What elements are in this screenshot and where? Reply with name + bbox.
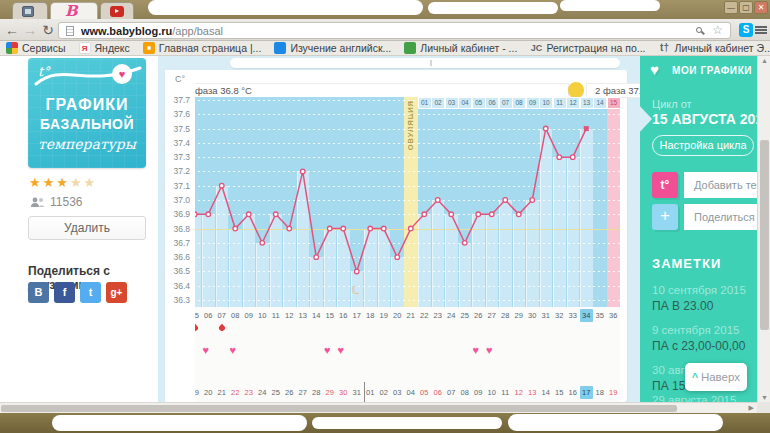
- scrollbar-grip: [430, 60, 432, 66]
- jc-icon: JC: [530, 42, 542, 54]
- y-axis-tick: 37.1: [173, 181, 190, 191]
- calendar-date-label: 20: [202, 386, 216, 399]
- back-to-top-button[interactable]: ^Наверх: [685, 363, 747, 391]
- bookmark-yandex[interactable]: ЯЯндекс: [79, 42, 130, 54]
- cycle-settings-button[interactable]: Настройка цикла: [652, 135, 754, 156]
- add-temperature-button[interactable]: Добавить температуру: [684, 172, 757, 198]
- temperature-point[interactable]: [489, 212, 494, 217]
- bookmark-cabinet-e[interactable]: t†Личный кабинет Э...: [659, 42, 770, 54]
- y-axis-tick: 37.0: [173, 195, 190, 205]
- temperature-point[interactable]: [570, 155, 575, 160]
- scroll-down-arrow-icon[interactable]: ▼: [758, 394, 770, 401]
- y-axis-tick: 36.8: [173, 224, 190, 234]
- bookmark-english[interactable]: Изучение английск...: [274, 42, 391, 54]
- zoom-icon[interactable]: [696, 27, 702, 33]
- temperature-point[interactable]: [381, 226, 386, 231]
- temperature-point[interactable]: [503, 198, 508, 203]
- bookmarks-bar: Сервисы ЯЯндекс Главная страница |... Из…: [0, 41, 770, 56]
- temperature-point[interactable]: [449, 212, 454, 217]
- logo-title-line1: ГРАФИКИ: [28, 96, 146, 114]
- bookmark-services[interactable]: Сервисы: [6, 42, 66, 54]
- cycle-day-label: 18: [364, 309, 378, 322]
- cycle-day-label: 06: [202, 309, 216, 322]
- forward-button[interactable]: →: [22, 20, 38, 40]
- home-icon: [143, 42, 155, 54]
- babyblog-favicon-icon: B: [65, 2, 78, 20]
- calendar-date-label: 28: [310, 386, 324, 399]
- share-chart-icon[interactable]: +: [652, 204, 678, 230]
- temperature-point[interactable]: [300, 169, 305, 174]
- temperature-point[interactable]: [462, 241, 467, 246]
- temperature-point[interactable]: [557, 155, 562, 160]
- bookmark-registration[interactable]: JCРегистрация на по...: [530, 42, 645, 54]
- y-axis-tick: 36.4: [173, 281, 190, 291]
- temperature-point[interactable]: [273, 212, 278, 217]
- temperature-point[interactable]: [354, 269, 359, 274]
- youtube-favicon-icon: [110, 6, 124, 17]
- refresh-button[interactable]: ↻: [40, 20, 56, 40]
- vk-share-button[interactable]: В: [28, 282, 49, 303]
- temperature-point[interactable]: [206, 212, 211, 217]
- window-maximize-button[interactable]: ▢: [739, 1, 753, 14]
- intimacy-heart-icon: ♥: [473, 344, 480, 356]
- google-plus-share-button[interactable]: g+: [106, 282, 127, 303]
- scroll-right-arrow-icon[interactable]: ▶: [749, 404, 754, 412]
- temperature-point[interactable]: [219, 183, 224, 188]
- temperature-point[interactable]: [408, 226, 413, 231]
- cycle-day-label: 28: [499, 309, 513, 322]
- bookmark-cabinet[interactable]: Личный кабинет - ...: [404, 42, 517, 54]
- heart-icon: ♥: [650, 61, 659, 78]
- temperature-point[interactable]: [368, 226, 373, 231]
- bookmark-star-icon[interactable]: ☆: [712, 23, 723, 37]
- temperature-point[interactable]: [422, 212, 427, 217]
- temperature-point[interactable]: [260, 241, 265, 246]
- window-close-button[interactable]: ✕: [754, 1, 768, 14]
- my-charts-heading: МОИ ГРАФИКИ: [672, 65, 752, 76]
- intimacy-heart-icon: ♥: [338, 344, 345, 356]
- bookmark-home[interactable]: Главная страница |...: [143, 42, 262, 54]
- today-temperature-point[interactable]: [584, 126, 589, 131]
- yandex-icon: Я: [79, 42, 91, 54]
- back-button[interactable]: ←: [4, 20, 20, 40]
- horizontal-scrollbar-thumb[interactable]: [1, 405, 677, 412]
- temperature-point[interactable]: [233, 226, 238, 231]
- calendar-date-label: 04: [404, 386, 418, 399]
- twitter-share-button[interactable]: t: [80, 282, 101, 303]
- browser-tab[interactable]: [100, 2, 134, 19]
- app-rating-stars[interactable]: ★★★★★: [29, 175, 97, 190]
- menu-icon[interactable]: [755, 26, 767, 34]
- facebook-share-button[interactable]: f: [54, 282, 75, 303]
- add-temperature-icon[interactable]: t°: [652, 172, 678, 198]
- cycle-day-label: 14: [310, 309, 324, 322]
- temperature-point[interactable]: [516, 212, 521, 217]
- temperature-point[interactable]: [530, 198, 535, 203]
- temperature-point[interactable]: [287, 226, 292, 231]
- window-minimize-button[interactable]: —: [724, 1, 738, 14]
- horizontal-scrollbar[interactable]: ▶: [0, 402, 757, 413]
- phase1-header: 1 фаза 36.8 °C: [168, 83, 569, 98]
- chart-panel: 1 фаза 36.8 °C 2 фаза 37.1 °CРазница t° …: [158, 56, 640, 402]
- temperature-plot[interactable]: ОВУЛЯЦИЯ010203040506070809101112131415☾: [188, 97, 620, 307]
- delete-button[interactable]: Удалить: [28, 216, 146, 240]
- temperature-point[interactable]: [543, 126, 548, 131]
- share-chart-button[interactable]: Поделиться графиком: [684, 204, 757, 230]
- temperature-point[interactable]: [435, 198, 440, 203]
- temperature-point[interactable]: [246, 212, 251, 217]
- temperature-line[interactable]: [188, 97, 620, 307]
- skype-extension-icon[interactable]: S: [739, 23, 753, 37]
- browser-tab[interactable]: [12, 2, 48, 19]
- vertical-scrollbar[interactable]: ▲ ▼: [757, 56, 770, 402]
- vertical-scrollbar-thumb[interactable]: [760, 140, 769, 330]
- address-bar[interactable]: www.babyblog.ru/app/basal ☆: [58, 22, 731, 39]
- browser-tab-active[interactable]: B: [50, 2, 98, 19]
- y-axis-tick: 37.5: [173, 124, 190, 134]
- temperature-point[interactable]: [476, 212, 481, 217]
- scroll-up-arrow-icon[interactable]: ▲: [758, 57, 770, 64]
- temperature-point[interactable]: [395, 255, 400, 260]
- calendar-date-label: 31: [350, 386, 364, 399]
- temperature-point[interactable]: [314, 255, 319, 260]
- note-date: 10 сентября 2015: [652, 284, 746, 296]
- temperature-point[interactable]: [341, 226, 346, 231]
- temperature-point[interactable]: [327, 226, 332, 231]
- chart-horizontal-scrollbar[interactable]: [230, 58, 620, 68]
